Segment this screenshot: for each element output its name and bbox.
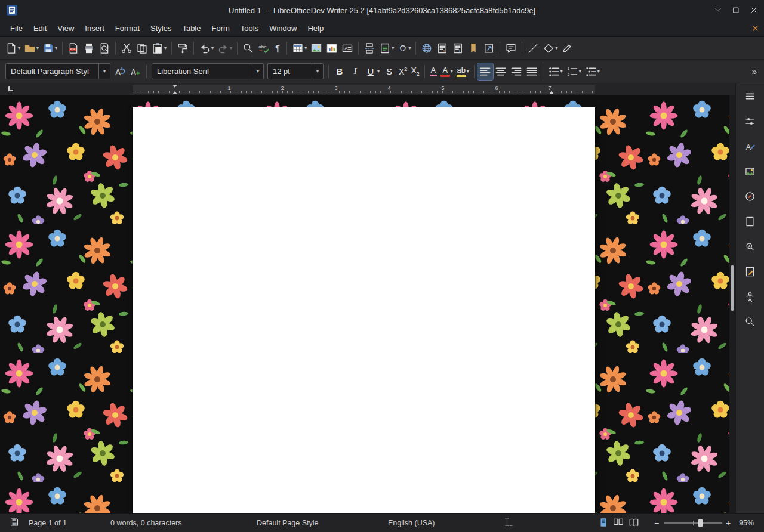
- insert-table-button[interactable]: ▾: [290, 40, 309, 57]
- insert-line-button[interactable]: [525, 40, 541, 57]
- menu-format[interactable]: Format: [110, 21, 145, 35]
- text-language[interactable]: English (USA): [388, 519, 435, 527]
- unordered-list-button[interactable]: ▾: [546, 63, 565, 80]
- font-color-button[interactable]: A ▾: [439, 63, 455, 80]
- align-center-button[interactable]: [493, 63, 509, 80]
- chevron-down-icon[interactable]: ▾: [555, 46, 557, 51]
- chevron-down-icon[interactable]: ▾: [98, 64, 110, 79]
- outline-list-button[interactable]: ▾: [583, 63, 602, 80]
- save-status-icon[interactable]: [10, 517, 19, 528]
- chevron-down-icon[interactable]: ▾: [211, 46, 214, 51]
- sidebar-page-button[interactable]: [741, 214, 759, 230]
- maximize-icon[interactable]: [732, 6, 740, 14]
- insert-endnote-button[interactable]: i: [450, 40, 466, 57]
- subscript-button[interactable]: X2: [409, 63, 421, 80]
- open-button[interactable]: ▾: [22, 40, 41, 57]
- show-draw-functions-button[interactable]: [559, 40, 575, 57]
- document-page[interactable]: [133, 107, 595, 513]
- chevron-down-icon[interactable]: ▾: [304, 46, 307, 51]
- align-right-button[interactable]: [509, 63, 524, 80]
- insert-mode-icon[interactable]: [503, 517, 514, 528]
- sidebar-manage-changes-button[interactable]: [741, 264, 759, 280]
- menu-file[interactable]: File: [5, 21, 28, 35]
- menu-view[interactable]: View: [52, 21, 79, 35]
- menu-window[interactable]: Window: [264, 21, 302, 35]
- redo-button[interactable]: ▾: [215, 40, 234, 57]
- page-count[interactable]: Page 1 of 1: [29, 519, 67, 527]
- tab-stop-selector[interactable]: [8, 86, 13, 91]
- insert-page-break-button[interactable]: [362, 40, 377, 57]
- basic-shapes-button[interactable]: ▾: [541, 40, 559, 57]
- chevron-down-icon[interactable]: ▾: [392, 46, 394, 51]
- sidebar-gallery-button[interactable]: [741, 163, 759, 180]
- print-preview-button[interactable]: [97, 40, 112, 57]
- paragraph-style-select[interactable]: Default Paragraph Styl ▾: [5, 63, 110, 79]
- page-style[interactable]: Default Page Style: [257, 519, 319, 527]
- zoom-slider[interactable]: [664, 522, 722, 524]
- insert-cross-reference-button[interactable]: [481, 40, 497, 57]
- chevron-down-icon[interactable]: ▾: [230, 46, 232, 51]
- book-view-button[interactable]: [627, 516, 640, 528]
- chevron-down-icon[interactable]: ▾: [164, 46, 167, 51]
- insert-field-button[interactable]: ▾: [377, 40, 396, 57]
- menu-table[interactable]: Table: [177, 21, 206, 35]
- scrollbar-thumb[interactable]: [731, 265, 734, 311]
- menu-tools[interactable]: Tools: [235, 21, 264, 35]
- menu-styles[interactable]: Styles: [145, 21, 177, 35]
- insert-chart-button[interactable]: [324, 40, 340, 57]
- chevron-down-icon[interactable]: ▾: [18, 46, 20, 51]
- close-document-button[interactable]: [751, 24, 759, 32]
- clear-formatting-button[interactable]: A: [428, 63, 439, 80]
- insert-comment-button[interactable]: [503, 40, 519, 57]
- first-line-indent-marker[interactable]: [172, 85, 177, 88]
- bold-button[interactable]: B: [332, 63, 347, 80]
- sidebar-style-inspector-button[interactable]: A: [741, 239, 759, 255]
- chevron-down-icon[interactable]: ▾: [467, 69, 469, 74]
- highlight-color-button[interactable]: ab ▾: [455, 63, 471, 80]
- chevron-down-icon[interactable]: ▾: [560, 69, 563, 74]
- print-button[interactable]: [81, 40, 97, 57]
- chevron-down-icon[interactable]: ▾: [579, 69, 581, 74]
- formatting-marks-button[interactable]: ¶: [272, 40, 284, 57]
- sidebar-properties-button[interactable]: [741, 113, 759, 129]
- update-style-button[interactable]: A: [112, 63, 128, 80]
- chevron-down-icon[interactable]: ▾: [451, 69, 453, 74]
- zoom-slider-handle[interactable]: [698, 519, 703, 527]
- paste-button[interactable]: ▾: [150, 40, 168, 57]
- toolbar-overflow-button[interactable]: »: [748, 66, 760, 76]
- left-indent-marker[interactable]: [172, 91, 177, 94]
- menu-edit[interactable]: Edit: [28, 21, 52, 35]
- insert-text-box-button[interactable]: A: [340, 40, 355, 57]
- zoom-level[interactable]: 95%: [739, 519, 754, 527]
- right-indent-marker[interactable]: [549, 91, 554, 94]
- vertical-scrollbar[interactable]: [729, 95, 735, 513]
- cut-button[interactable]: [119, 40, 134, 57]
- font-name-select[interactable]: Liberation Serif ▾: [152, 63, 264, 79]
- chevron-down-icon[interactable]: ▾: [55, 46, 57, 51]
- insert-bookmark-button[interactable]: [466, 40, 481, 57]
- clone-formatting-button[interactable]: [175, 40, 190, 57]
- align-left-button[interactable]: [478, 63, 493, 80]
- align-justify-button[interactable]: [524, 63, 540, 80]
- save-button[interactable]: ▾: [41, 40, 59, 57]
- single-page-view-button[interactable]: [597, 516, 610, 528]
- sidebar-find-button[interactable]: [741, 314, 759, 330]
- zoom-in-button[interactable]: +: [726, 518, 731, 528]
- insert-hyperlink-button[interactable]: [419, 40, 435, 57]
- insert-special-character-button[interactable]: Ω ▾: [396, 40, 412, 57]
- sidebar-accessibility-check-button[interactable]: [741, 289, 759, 305]
- superscript-button[interactable]: X2: [397, 63, 409, 80]
- horizontal-ruler[interactable]: 1 2 3 4 5 6 7: [0, 83, 735, 95]
- chevron-down-icon[interactable]: ▾: [597, 69, 600, 74]
- menu-insert[interactable]: Insert: [79, 21, 110, 35]
- insert-footnote-button[interactable]: 1: [435, 40, 450, 57]
- chevron-down-icon[interactable]: ▾: [377, 69, 380, 74]
- menu-form[interactable]: Form: [206, 21, 235, 35]
- sidebar-navigator-button[interactable]: [741, 188, 759, 205]
- italic-button[interactable]: I: [347, 63, 363, 80]
- chevron-down-icon[interactable]: ▾: [408, 46, 411, 51]
- strikethrough-button[interactable]: S: [381, 63, 397, 80]
- undo-button[interactable]: ▾: [197, 40, 215, 57]
- font-size-select[interactable]: 12 pt ▾: [267, 63, 324, 79]
- chevron-down-icon[interactable]: ▾: [36, 46, 39, 51]
